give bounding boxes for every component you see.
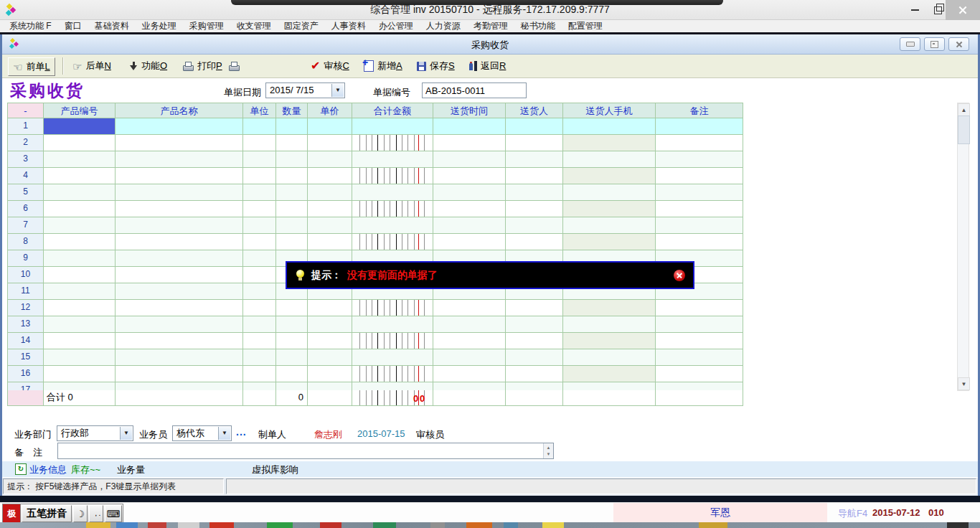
grid-cell[interactable] — [352, 382, 433, 390]
grid-cell[interactable] — [656, 118, 743, 135]
grid-cell[interactable] — [433, 349, 506, 366]
grid-cell[interactable] — [563, 333, 656, 349]
grid-cell[interactable] — [506, 135, 563, 151]
grid-cell[interactable] — [44, 168, 116, 184]
grid-cell[interactable] — [506, 217, 563, 234]
remote-session-bar[interactable] — [231, 0, 723, 5]
grid-cell[interactable] — [276, 135, 308, 151]
menu-item[interactable]: 秘书功能 — [514, 20, 562, 32]
grid-cell[interactable] — [656, 201, 743, 217]
grid-cell[interactable] — [44, 316, 116, 333]
grid-cell[interactable] — [243, 118, 276, 135]
grid-cell[interactable] — [352, 118, 433, 135]
grid-cell[interactable] — [276, 316, 308, 333]
grid-cell[interactable] — [44, 267, 116, 283]
grid-cell[interactable] — [116, 184, 243, 201]
grid-cell[interactable] — [44, 366, 116, 382]
grid-cell[interactable] — [563, 118, 656, 135]
grid-cell[interactable] — [433, 135, 506, 151]
grid-cell[interactable] — [243, 217, 276, 234]
grid-cell[interactable] — [352, 168, 433, 184]
menu-item[interactable]: 考勤管理 — [467, 20, 514, 32]
grid-cell[interactable] — [656, 184, 743, 201]
note-spinner[interactable]: ▲▼ — [543, 443, 553, 458]
grid-cell[interactable] — [116, 234, 243, 250]
grid-cell[interactable] — [276, 366, 308, 382]
grid-cell[interactable] — [276, 217, 308, 234]
ime-logo-icon[interactable]: 极 — [3, 504, 21, 523]
grid-cell[interactable] — [44, 118, 116, 135]
grid-cell[interactable] — [243, 366, 276, 382]
grid-col-header[interactable]: 送货人手机 — [563, 103, 656, 118]
grid-cell[interactable] — [44, 283, 116, 300]
grid-cell[interactable] — [506, 184, 563, 201]
grid-cell[interactable] — [506, 201, 563, 217]
grid-cell[interactable] — [276, 300, 308, 316]
grid-cell[interactable] — [308, 217, 352, 234]
grid-cell[interactable] — [116, 217, 243, 234]
grid-cell[interactable] — [433, 201, 506, 217]
grid-cell[interactable] — [116, 168, 243, 184]
grid-cell[interactable] — [116, 382, 243, 390]
ime-punctuation-icon[interactable]: ，. — [89, 505, 103, 522]
grid-cell[interactable] — [308, 135, 352, 151]
grid-cell[interactable] — [563, 316, 656, 333]
grid-cell[interactable] — [243, 333, 276, 349]
chevron-down-icon[interactable]: ▼ — [120, 427, 132, 440]
grid-cell[interactable] — [116, 349, 243, 366]
grid-col-header[interactable]: 送货时间 — [433, 103, 506, 118]
grid-cell[interactable] — [44, 300, 116, 316]
grid-cell[interactable] — [243, 201, 276, 217]
grid-cell[interactable] — [44, 234, 116, 250]
grid-cell[interactable] — [308, 366, 352, 382]
grid-cell[interactable] — [656, 234, 743, 250]
scrollbar-thumb[interactable] — [958, 116, 970, 144]
grid-cell[interactable] — [656, 349, 743, 366]
grid-cell[interactable] — [433, 300, 506, 316]
grid-cell[interactable] — [506, 382, 563, 390]
grid-col-header[interactable]: 送货人 — [506, 103, 563, 118]
menu-item[interactable]: 系统功能 F — [3, 20, 58, 32]
grid-col-header[interactable]: 备注 — [656, 103, 743, 118]
grid-col-header[interactable]: 单位 — [243, 103, 276, 118]
grid-cell[interactable] — [656, 168, 743, 184]
grid-cell[interactable] — [116, 333, 243, 349]
prev-doc-button[interactable]: ☜ 前单L — [8, 57, 55, 76]
grid-cell[interactable] — [656, 366, 743, 382]
scroll-down-icon[interactable]: ▼ — [958, 377, 970, 390]
grid-cell[interactable] — [563, 184, 656, 201]
grid-cell[interactable] — [276, 333, 308, 349]
grid-cell[interactable] — [656, 135, 743, 151]
grid-cell[interactable] — [433, 333, 506, 349]
grid-cell[interactable] — [563, 151, 656, 168]
grid-cell[interactable] — [506, 300, 563, 316]
grid-cell[interactable] — [243, 267, 276, 283]
grid-col-header[interactable]: 产品名称 — [116, 103, 243, 118]
dept-combobox[interactable]: 行政部 ▼ — [57, 425, 133, 441]
menu-item[interactable]: 窗口 — [58, 20, 88, 32]
grid-cell[interactable] — [243, 234, 276, 250]
menu-item[interactable]: 采购管理 — [183, 20, 230, 32]
grid-cell[interactable] — [656, 382, 743, 390]
grid-cell[interactable] — [44, 184, 116, 201]
grid-cell[interactable] — [308, 300, 352, 316]
grid-cell[interactable] — [563, 201, 656, 217]
grid-cell[interactable] — [116, 201, 243, 217]
grid-cell[interactable] — [433, 151, 506, 168]
grid-cell[interactable] — [243, 283, 276, 300]
grid-cell[interactable] — [308, 349, 352, 366]
return-button[interactable]: 返回R — [464, 57, 510, 75]
next-doc-button[interactable]: ☞ 后单N — [68, 57, 116, 75]
grid-cell[interactable] — [308, 118, 352, 135]
function-button[interactable]: 功能O — [126, 57, 171, 75]
grid-cell[interactable] — [243, 316, 276, 333]
grid-cell[interactable] — [433, 234, 506, 250]
doc-number-input[interactable] — [422, 82, 527, 98]
grid-cell[interactable] — [116, 366, 243, 382]
grid-cell[interactable] — [44, 135, 116, 151]
grid-cell[interactable] — [352, 300, 433, 316]
grid-cell[interactable] — [656, 333, 743, 349]
menu-item[interactable]: 人力资源 — [420, 20, 467, 32]
grid-cell[interactable] — [116, 300, 243, 316]
grid-cell[interactable] — [352, 184, 433, 201]
